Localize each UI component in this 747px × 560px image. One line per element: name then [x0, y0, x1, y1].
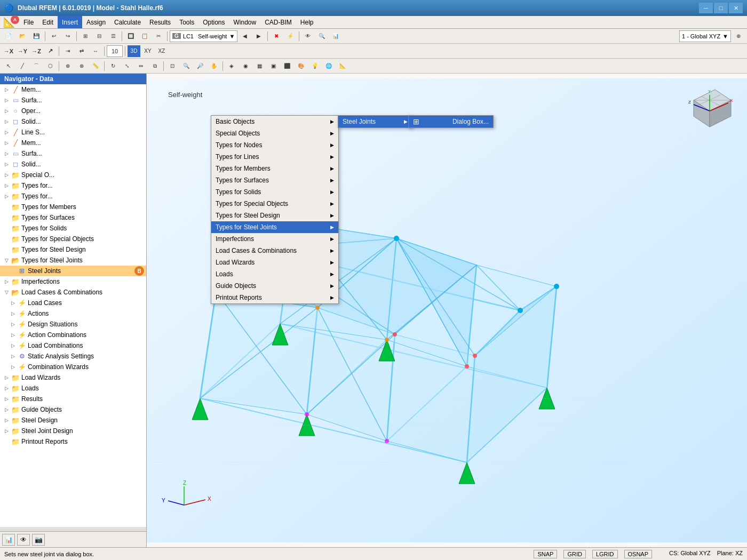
tree-printout[interactable]: ▷ 📁 Printout Reports: [0, 436, 146, 447]
menu-types-special-objects[interactable]: Types for Special Objects ▶: [211, 198, 338, 210]
menu-load-cases-combinations[interactable]: Load Cases & Combinations ▶: [211, 245, 338, 257]
menu-insert[interactable]: Insert: [58, 16, 82, 28]
tree-design-situations[interactable]: ▷ ⚡ Design Situations: [0, 319, 146, 330]
menu-types-lines[interactable]: Types for Lines ▶: [211, 151, 338, 163]
axis-x[interactable]: →X: [2, 45, 15, 57]
tree-load-combinations[interactable]: ▷ ⚡ Load Combinations: [0, 340, 146, 351]
menu-help[interactable]: Help: [296, 16, 318, 28]
menu-basic-objects[interactable]: Basic Objects ▶: [211, 116, 338, 127]
tree-imperfections[interactable]: ▷ 📁 Imperfections: [0, 276, 146, 287]
zoom-fit[interactable]: ⊡: [166, 60, 179, 72]
draw-poly[interactable]: ⬡: [44, 60, 57, 72]
draw-line[interactable]: ╱: [16, 60, 29, 72]
measure[interactable]: 📏: [89, 60, 102, 72]
snap-btn[interactable]: SNAP: [534, 550, 557, 558]
menu-special-objects[interactable]: Special Objects ▶: [211, 127, 338, 139]
select-btn[interactable]: ↖: [2, 60, 15, 72]
menu-cad-bim[interactable]: CAD-BIM: [260, 16, 296, 28]
menu-tools[interactable]: Tools: [175, 16, 198, 28]
tree-solids-1[interactable]: ▷ ◻ Solid...: [0, 116, 146, 127]
viewxy[interactable]: XY: [141, 45, 154, 57]
num-field[interactable]: 10: [107, 45, 123, 57]
tree-types-steel-design[interactable]: ▷ 📁 Types for Steel Design: [0, 244, 146, 255]
redo-btn[interactable]: ↪: [61, 30, 74, 42]
view-btn3[interactable]: ☰: [107, 30, 120, 42]
scrollbar[interactable]: [0, 527, 146, 531]
snap2[interactable]: ⊗: [75, 60, 88, 72]
minimize-button[interactable]: ─: [699, 3, 713, 13]
lc-next[interactable]: ▶: [252, 30, 265, 42]
tree-static-analysis[interactable]: ▷ ⚙ Static Analysis Settings: [0, 351, 146, 362]
viewport[interactable]: Self-weight: [147, 74, 747, 547]
rotate[interactable]: ↻: [107, 60, 120, 72]
scale[interactable]: ⤡: [121, 60, 133, 72]
zoom-out[interactable]: 🔎: [194, 60, 206, 72]
menu-results[interactable]: Results: [145, 16, 175, 28]
tree-members-1[interactable]: ▷ ╱ Mem...: [0, 84, 146, 95]
tree-line-s[interactable]: ▷ ╱ Line S...: [0, 127, 146, 138]
view-mode3[interactable]: 📊: [329, 30, 342, 42]
cube-navigator[interactable]: X Y Z: [683, 84, 736, 132]
tree-types-solids[interactable]: ▷ 📁 Types for Solids: [0, 223, 146, 234]
tree-steel-joints[interactable]: ▷ ⊞ Steel Joints B: [0, 266, 146, 276]
transform1[interactable]: ⇥: [61, 45, 74, 57]
tree-types-members[interactable]: ▷ 📁 Types for Members: [0, 202, 146, 212]
menu-file[interactable]: File: [19, 16, 38, 28]
axis-y[interactable]: →Y: [16, 45, 29, 57]
menu-assign[interactable]: Assign: [82, 16, 110, 28]
render1[interactable]: ◈: [225, 60, 238, 72]
menu-types-members[interactable]: Types for Members ▶: [211, 163, 338, 174]
tree-results[interactable]: ▷ 📁 Results: [0, 394, 146, 404]
render4[interactable]: ▣: [267, 60, 280, 72]
render7[interactable]: 💡: [308, 60, 321, 72]
tree-solids-2[interactable]: ▷ ◻ Solid...: [0, 159, 146, 170]
open-btn[interactable]: 📂: [16, 30, 29, 42]
grid-btn[interactable]: GRID: [563, 550, 586, 558]
menu-imperfections[interactable]: Imperfections ▶: [211, 233, 338, 245]
menu-guide-objects[interactable]: Guide Objects ▶: [211, 280, 338, 292]
tree-members-2[interactable]: ▷ ╱ Mem...: [0, 138, 146, 148]
lgrid-btn[interactable]: LGRID: [592, 550, 618, 558]
tool3[interactable]: ✂: [152, 30, 165, 42]
calc-btn2[interactable]: ⚡: [284, 30, 297, 42]
menu-options[interactable]: Options: [198, 16, 229, 28]
tree-types-for-1[interactable]: ▷ 📁 Types for...: [0, 180, 146, 191]
snap1[interactable]: ⊕: [61, 60, 74, 72]
tree-types-for-2[interactable]: ▷ 📁 Types for...: [0, 191, 146, 202]
tree-types-surfaces[interactable]: ▷ 📁 Types for Surfaces: [0, 212, 146, 223]
menu-calculate[interactable]: Calculate: [110, 16, 145, 28]
nav-results-btn[interactable]: 📷: [32, 534, 45, 546]
mirror[interactable]: ⇔: [134, 60, 147, 72]
tree-surfaces-2[interactable]: ▷ ▭ Surfa...: [0, 148, 146, 159]
view-mode1[interactable]: 👁: [301, 30, 314, 42]
view-mode2[interactable]: 🔍: [315, 30, 328, 42]
new-btn[interactable]: 📄: [2, 30, 15, 42]
tool2[interactable]: 📋: [138, 30, 151, 42]
menu-types-solids[interactable]: Types for Solids ▶: [211, 186, 338, 198]
tree-action-combinations[interactable]: ▷ ⚡ Action Combinations: [0, 330, 146, 340]
transform2[interactable]: ⇄: [75, 45, 88, 57]
render3[interactable]: ▦: [253, 60, 266, 72]
tree-surfaces-1[interactable]: ▷ ▭ Surfa...: [0, 95, 146, 106]
tree-types-special[interactable]: ▷ 📁 Types for Special Objects: [0, 234, 146, 244]
menu-types-steel-joints[interactable]: Types for Steel Joints ▶: [211, 221, 338, 233]
view-btn1[interactable]: ⊞: [79, 30, 92, 42]
coord-dropdown[interactable]: 1 - Global XYZ ▼: [679, 30, 731, 42]
tree-openings[interactable]: ▷ ○ Oper...: [0, 106, 146, 116]
pan[interactable]: ✋: [208, 60, 220, 72]
nav-data-btn[interactable]: 📊: [2, 534, 15, 546]
osnap-btn[interactable]: OSNAP: [624, 550, 653, 558]
menu-loads[interactable]: Loads ▶: [211, 268, 338, 280]
axis-all[interactable]: ↗: [44, 45, 57, 57]
nav-view-btn[interactable]: 👁: [17, 534, 30, 546]
view3d[interactable]: 3D: [128, 45, 140, 57]
coord-btn[interactable]: ⊕: [732, 30, 745, 42]
zoom-in[interactable]: 🔍: [180, 60, 193, 72]
render9[interactable]: 📐: [336, 60, 349, 72]
draw-arc[interactable]: ⌒: [30, 60, 43, 72]
tree-load-wizards[interactable]: ▷ 📁 Load Wizards: [0, 372, 146, 383]
render6[interactable]: 🎨: [295, 60, 307, 72]
undo-btn[interactable]: ↩: [47, 30, 60, 42]
tree-load-cases-combos[interactable]: ▽ 📂 Load Cases & Combinations: [0, 287, 146, 298]
tree-combo-wizards[interactable]: ▷ ⚡ Combination Wizards: [0, 362, 146, 372]
